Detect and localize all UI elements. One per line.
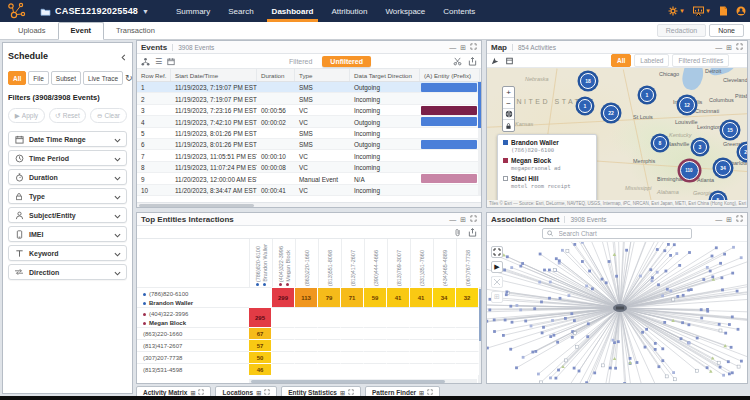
clear-button[interactable]: ⊖Clear <box>90 108 127 123</box>
map-filter-filtered-entities[interactable]: Filtered Entities <box>672 54 729 67</box>
table-row[interactable]: 911/20/2023, 12:00:00 AM ESTManual Event… <box>137 173 481 184</box>
matrix-cell[interactable] <box>341 339 364 351</box>
matrix-cell[interactable] <box>456 307 479 327</box>
matrix-cell[interactable] <box>272 307 295 327</box>
matrix-cell[interactable] <box>318 363 341 375</box>
snapshot-icon[interactable] <box>453 57 462 66</box>
matrix-cell[interactable] <box>364 339 387 351</box>
matrix-cell[interactable] <box>272 339 295 351</box>
matrix-cell[interactable] <box>318 327 341 339</box>
fit-view-icon[interactable] <box>491 276 503 288</box>
matrix-cell[interactable] <box>410 327 433 339</box>
matrix-cell[interactable]: 34 <box>433 287 456 307</box>
popup-entity-row[interactable]: Staci Hillmotel room receipt <box>503 175 591 189</box>
matrix-column-header[interactable]: (813)551-8098 <box>318 239 341 287</box>
events-horizontal-scrollbar[interactable] <box>137 202 481 207</box>
matrix-cell[interactable]: 41 <box>410 287 433 307</box>
refresh-icon[interactable]: ↻ <box>125 73 133 83</box>
grid-layout-icon[interactable]: ⊞ <box>491 291 503 303</box>
grid-icon[interactable]: ⊞ <box>460 44 466 51</box>
matrix-row-label[interactable]: (813)417-2607 <box>137 339 249 351</box>
segment-subset[interactable]: Subset <box>51 71 81 85</box>
tab-transaction[interactable]: Transaction <box>104 23 167 39</box>
grid-icon[interactable]: ⊞ <box>726 44 732 51</box>
matrix-cell[interactable] <box>249 287 272 307</box>
matrix-cell[interactable] <box>295 351 318 363</box>
matrix-column-header[interactable]: (863)220-1660 <box>295 239 318 287</box>
layers-icon[interactable] <box>505 57 514 65</box>
matrix-row-label[interactable]: (404)322-3996Megan Block <box>137 307 249 327</box>
matrix-cell[interactable]: 32 <box>456 287 479 307</box>
matrix-column-header[interactable]: (067)767-7738 <box>456 239 479 287</box>
nav-item-summary[interactable]: Summary <box>167 0 219 22</box>
matrix-cell[interactable] <box>364 327 387 339</box>
matrix-cell[interactable] <box>387 339 410 351</box>
nav-item-workspace[interactable]: Workspace <box>376 0 434 22</box>
matrix-cell[interactable]: 299 <box>272 287 295 307</box>
nav-item-contents[interactable]: Contents <box>434 0 484 22</box>
matrix-cell[interactable] <box>295 363 318 375</box>
segment-all[interactable]: All <box>8 71 26 85</box>
matrix-cell[interactable] <box>318 307 341 327</box>
matrix-cell[interactable] <box>364 351 387 363</box>
minimize-icon[interactable]: — <box>715 44 722 51</box>
matrix-row-label[interactable]: (786)820-6100Brandon Waller <box>137 287 249 307</box>
calendar-view-icon[interactable] <box>167 57 175 66</box>
matrix-cell[interactable] <box>364 307 387 327</box>
table-row[interactable]: 411/19/2023, 7:42:10 PM EST00:00:02VCOut… <box>137 116 481 127</box>
search-chart-input[interactable] <box>557 229 687 238</box>
nav-item-attribution[interactable]: Attribution <box>322 0 376 22</box>
table-row[interactable]: 511/19/2023, 8:01:26 PM ESTSMSIncoming <box>137 128 481 139</box>
reports-button[interactable]: ▼ <box>693 6 711 16</box>
matrix-cell[interactable] <box>456 363 479 375</box>
matrix-cell[interactable]: 79 <box>318 287 341 307</box>
collapse-sidebar-button[interactable] <box>120 47 127 65</box>
map-marker[interactable]: 1 <box>578 99 592 113</box>
matrix-cell[interactable] <box>318 351 341 363</box>
matrix-cell[interactable] <box>295 327 318 339</box>
case-selector[interactable]: CASE12192025548 ▼ <box>40 6 149 16</box>
matrix-cell[interactable] <box>272 351 295 363</box>
matrix-cell[interactable]: 46 <box>249 363 272 375</box>
filtered-button[interactable]: Filtered <box>283 56 318 67</box>
matrix-cell[interactable] <box>387 351 410 363</box>
map-marker[interactable]: 8 <box>653 136 667 150</box>
segment-live-trace[interactable]: Live Trace <box>83 71 123 85</box>
matrix-cell[interactable] <box>456 339 479 351</box>
zoom-in-button[interactable]: + <box>503 87 514 98</box>
minimize-icon[interactable]: — <box>715 216 722 223</box>
filter-date-time-range[interactable]: Date Time Range <box>8 131 127 147</box>
table-row[interactable]: 111/19/2023, 7:19:07 PM ESTSMSOutgoing <box>137 82 481 93</box>
matrix-cell[interactable] <box>410 339 433 351</box>
expand-icon[interactable] <box>736 215 743 223</box>
minimize-icon[interactable]: — <box>449 44 456 51</box>
matrix-cell[interactable] <box>410 307 433 327</box>
map-marker[interactable]: 15 <box>722 122 738 138</box>
column-header-2[interactable]: Start Date/Time <box>171 69 257 81</box>
association-chart-canvas[interactable]: ▶ ⊞ <box>487 242 747 383</box>
matrix-column-header[interactable]: (813)769-3007 <box>387 239 410 287</box>
nav-item-dashboard[interactable]: Dashboard <box>263 0 323 22</box>
column-header-3[interactable]: Duration <box>257 69 295 81</box>
globe-button[interactable] <box>503 109 514 120</box>
column-header-5[interactable]: Data Target Direction <box>350 69 420 81</box>
table-row[interactable]: 311/19/2023, 7:23:16 PM EST00:00:56VCInc… <box>137 105 481 116</box>
map-marker[interactable]: 20 <box>739 144 747 160</box>
lock-button[interactable] <box>503 120 514 131</box>
matrix-cell[interactable]: 50 <box>249 351 272 363</box>
map-marker[interactable]: 110 <box>680 161 699 180</box>
events-vertical-scrollbar[interactable] <box>478 82 481 196</box>
matrix-row-label[interactable]: (307)207-7738 <box>137 351 249 363</box>
filter-time-period[interactable]: Time Period <box>8 150 127 166</box>
matrix-cell[interactable] <box>341 327 364 339</box>
matrix-cell[interactable] <box>433 339 456 351</box>
matrix-cell[interactable] <box>364 363 387 375</box>
table-row[interactable]: 1011/20/2023, 8:34:47 AM EST00:00:41VCIn… <box>137 185 481 196</box>
matrix-cell[interactable] <box>295 307 318 327</box>
export-doc-button[interactable] <box>719 6 728 16</box>
column-header-6[interactable]: (A) Entity (Prefix) <box>420 69 480 81</box>
apply-button[interactable]: ▶Apply <box>8 108 45 123</box>
grid-icon[interactable]: ⊞ <box>726 216 732 223</box>
matrix-column-header[interactable]: (786)820-6100Brandon Waller <box>249 239 272 287</box>
user-avatar[interactable] <box>736 6 746 16</box>
